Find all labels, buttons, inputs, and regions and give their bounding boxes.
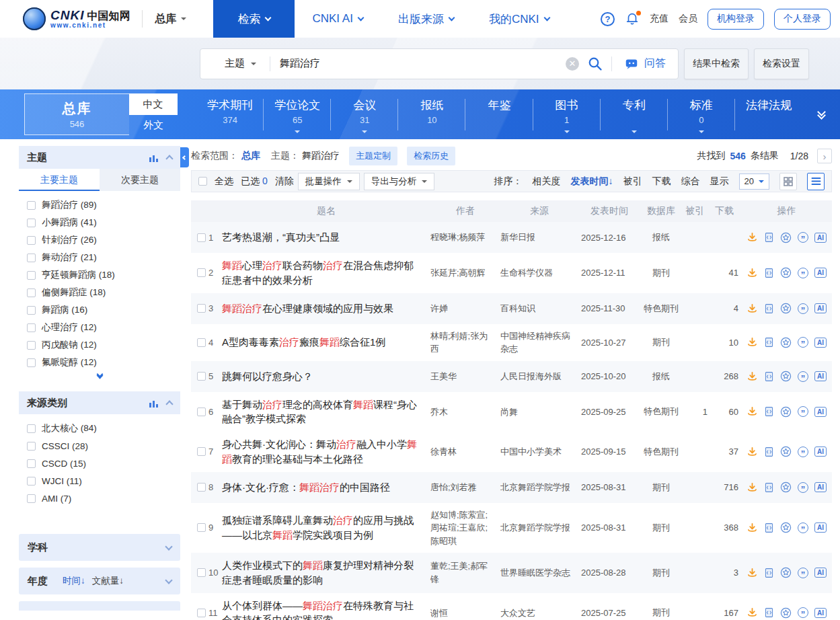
select-all-checkbox[interactable]: [198, 177, 207, 186]
nav-item-我的CNKI[interactable]: 我的CNKI: [489, 0, 549, 38]
filter-item[interactable]: AMI (7): [27, 490, 172, 507]
grid-view-icon[interactable]: [779, 173, 797, 190]
result-authors[interactable]: 王美华: [430, 370, 500, 383]
sort-option[interactable]: 下载: [652, 176, 671, 188]
export-analyze-dropdown[interactable]: 导出与分析: [364, 173, 435, 190]
result-source[interactable]: 尚舞: [500, 405, 578, 419]
favorite-icon[interactable]: [780, 371, 792, 382]
row-checkbox[interactable]: [197, 372, 206, 381]
ai-icon[interactable]: AI: [814, 371, 827, 381]
db-category[interactable]: 图书 1: [533, 98, 601, 132]
filter-checkbox[interactable]: [27, 477, 36, 486]
download-icon[interactable]: [747, 371, 758, 382]
subject-section-header[interactable]: 学科: [19, 534, 180, 561]
download-icon[interactable]: [747, 303, 758, 314]
result-source[interactable]: 北京舞蹈学院学报: [500, 521, 578, 535]
cite-icon[interactable]: ”: [798, 268, 808, 278]
favorite-icon[interactable]: [780, 522, 792, 533]
filter-item[interactable]: 心理治疗 (12): [27, 319, 172, 336]
download-icon[interactable]: [747, 406, 758, 417]
lang-tab-中文[interactable]: 中文: [129, 93, 178, 115]
row-checkbox[interactable]: [197, 408, 206, 416]
result-authors[interactable]: 赵知博;陈萦宣;周祐瑄;王嘉欣;陈昭琪: [430, 508, 500, 548]
cite-icon[interactable]: ”: [798, 371, 808, 382]
result-source[interactable]: 人民日报海外版: [500, 370, 578, 383]
filter-item[interactable]: 针刺治疗 (26): [27, 231, 172, 249]
result-title-link[interactable]: 人类作业模式下的舞蹈康复护理对精神分裂症患者睡眠质量的影响: [222, 558, 430, 588]
page-size-dropdown[interactable]: 20: [739, 173, 769, 190]
filter-item[interactable]: 偏侧舞蹈症 (18): [27, 284, 172, 301]
expand-chevron-icon[interactable]: [165, 576, 172, 584]
filter-checkbox[interactable]: [27, 306, 36, 315]
read-online-icon[interactable]: [764, 607, 774, 618]
result-title-link[interactable]: 舞蹈心理治疗联合药物治疗在混合焦虑抑郁症患者中的效果分析: [222, 258, 430, 288]
download-icon[interactable]: [747, 447, 758, 457]
topic-custom-button[interactable]: 主题定制: [349, 147, 397, 165]
result-title-link[interactable]: 身心共舞·文化润心：舞动治疗融入中小学舞蹈教育的理论基础与本土化路径: [222, 437, 430, 467]
filter-item[interactable]: 氟哌啶醇 (12): [27, 354, 172, 371]
ai-icon[interactable]: AI: [814, 338, 827, 348]
nav-item-检索[interactable]: 检索: [213, 0, 295, 38]
search-settings-button[interactable]: 检索设置: [754, 48, 809, 79]
result-source[interactable]: 大众文艺: [500, 607, 578, 620]
personal-login-button[interactable]: 个人登录: [774, 9, 831, 30]
ai-icon[interactable]: AI: [814, 568, 827, 578]
result-source[interactable]: 新华日报: [500, 231, 578, 244]
row-checkbox[interactable]: [197, 304, 206, 313]
filter-item[interactable]: CSCD (15): [27, 455, 172, 472]
read-online-icon[interactable]: [764, 268, 774, 278]
read-online-icon[interactable]: [764, 371, 774, 382]
expand-chevron-icon[interactable]: [165, 543, 172, 550]
favorite-icon[interactable]: [780, 267, 792, 278]
read-online-icon[interactable]: [764, 303, 774, 314]
result-title-link[interactable]: 身体·文化·疗愈：舞蹈治疗的中国路径: [222, 480, 430, 495]
row-checkbox[interactable]: [197, 447, 206, 456]
search-in-results-button[interactable]: 结果中检索: [684, 48, 749, 79]
filter-checkbox[interactable]: [27, 459, 36, 468]
result-download-count[interactable]: 10: [708, 338, 741, 348]
filter-checkbox[interactable]: [27, 358, 36, 367]
result-download-count[interactable]: 37: [708, 447, 741, 457]
filter-item[interactable]: 舞蹈病 (16): [27, 301, 172, 319]
filter-item[interactable]: 小舞蹈病 (41): [27, 214, 172, 231]
download-icon[interactable]: [747, 522, 758, 533]
result-download-count[interactable]: 60: [708, 407, 741, 417]
sort-option[interactable]: 被引: [623, 176, 642, 188]
result-download-count[interactable]: 716: [708, 482, 741, 492]
notification-bell-icon[interactable]: [625, 11, 640, 26]
result-download-count[interactable]: 167: [708, 608, 741, 618]
search-icon[interactable]: [587, 56, 603, 72]
db-category[interactable]: 法律法规: [735, 98, 802, 132]
library-switcher[interactable]: 总库: [155, 12, 186, 26]
favorite-icon[interactable]: [780, 337, 792, 348]
ai-icon[interactable]: AI: [814, 447, 827, 457]
filter-checkbox[interactable]: [27, 236, 36, 245]
filter-checkbox[interactable]: [27, 323, 36, 332]
favorite-icon[interactable]: [780, 567, 792, 578]
result-title-link[interactable]: 艺考热退潮，“真功夫”凸显: [222, 230, 430, 245]
result-source[interactable]: 百科知识: [500, 302, 578, 315]
result-authors[interactable]: 张延芹;高朝辉: [430, 266, 500, 280]
filter-checkbox[interactable]: [27, 341, 36, 350]
cite-icon[interactable]: ”: [798, 406, 808, 417]
expand-more-icon[interactable]: [806, 111, 836, 118]
row-checkbox[interactable]: [197, 483, 206, 492]
download-icon[interactable]: [747, 568, 758, 578]
clear-icon[interactable]: ✕: [566, 57, 579, 71]
year-section-header[interactable]: 年度 时间↓ 文献量↓: [19, 568, 180, 594]
total-library-tab[interactable]: 总库 546 中文外文: [24, 93, 178, 135]
db-category[interactable]: 报纸 10: [398, 98, 465, 132]
download-icon[interactable]: [747, 337, 758, 348]
result-source[interactable]: 中国中小学美术: [500, 445, 578, 459]
favorite-icon[interactable]: [780, 406, 792, 418]
nav-item-出版来源[interactable]: 出版来源: [398, 0, 454, 38]
search-input[interactable]: [270, 58, 566, 69]
result-title-link[interactable]: 从个体到群体——舞蹈治疗在特殊教育与社会支持体系中的实践探索: [222, 598, 430, 620]
row-checkbox[interactable]: [197, 268, 206, 277]
result-download-count[interactable]: 268: [708, 371, 741, 381]
filter-item[interactable]: CSSCI (28): [27, 437, 172, 455]
row-checkbox[interactable]: [197, 523, 206, 532]
row-checkbox[interactable]: [197, 338, 206, 347]
filter-checkbox[interactable]: [27, 201, 36, 210]
result-authors[interactable]: 董乾;王美;郝军锋: [430, 559, 500, 586]
